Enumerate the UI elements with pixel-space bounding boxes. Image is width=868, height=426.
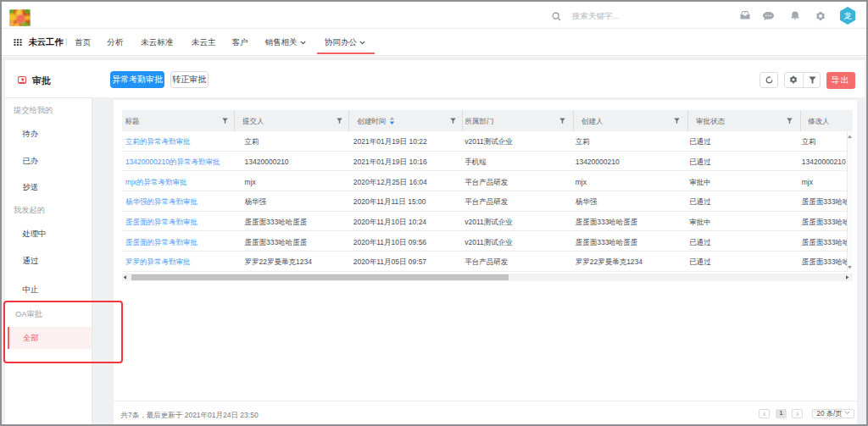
svg-text:龙: 龙: [843, 11, 852, 20]
